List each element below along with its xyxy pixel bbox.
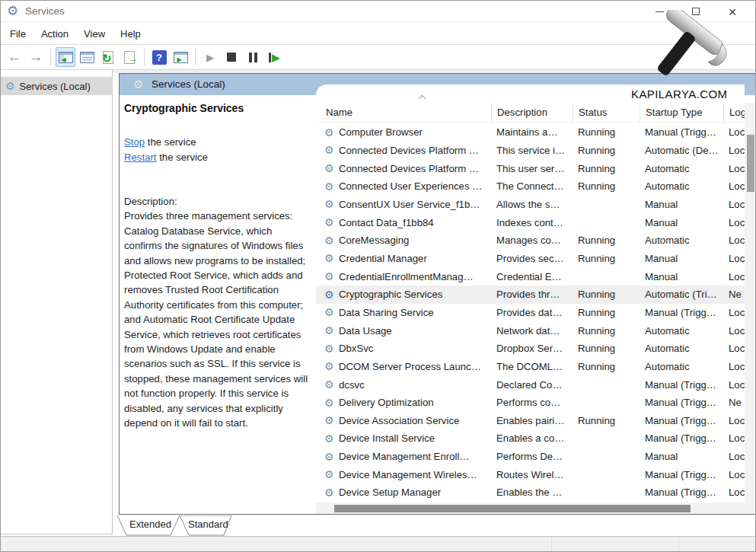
service-name-cell: Data Usage bbox=[316, 325, 491, 337]
column-header-description[interactable]: Description bbox=[491, 103, 573, 122]
service-log-on-as-cell: Loc bbox=[723, 451, 745, 462]
service-status-cell: Running bbox=[573, 307, 640, 318]
vertical-scrollbar-thumb[interactable] bbox=[747, 135, 754, 192]
service-startup-type-cell: Manual (Trigg… bbox=[640, 307, 723, 318]
service-log-on-as-cell: Loc bbox=[723, 307, 745, 318]
column-header-startup-type[interactable]: Startup Type bbox=[640, 103, 723, 122]
bottom-strip bbox=[1, 537, 755, 552]
help-icon: ? bbox=[152, 50, 167, 65]
services-app-icon bbox=[7, 4, 18, 19]
table-row[interactable]: Device Setup ManagerEnables the …Manual … bbox=[316, 483, 745, 502]
table-row[interactable]: Data UsageNetwork dat…RunningAutomaticLo… bbox=[316, 321, 745, 340]
table-row[interactable]: DbxSvcDropbox Ser…RunningAutomaticLoc bbox=[316, 340, 745, 358]
service-log-on-as-cell: Loc bbox=[723, 145, 745, 156]
back-arrow-icon: ← bbox=[8, 49, 22, 65]
menu-file[interactable]: File bbox=[2, 28, 33, 40]
service-startup-type-cell: Manual bbox=[640, 271, 723, 282]
service-startup-type-cell: Automatic bbox=[640, 325, 723, 337]
service-status-cell: Running bbox=[573, 361, 640, 372]
table-row[interactable]: Delivery OptimizationPerforms co…Manual … bbox=[316, 394, 745, 412]
tab-standard[interactable]: Standard bbox=[188, 518, 228, 530]
tab-extended[interactable]: Extended bbox=[129, 518, 171, 530]
export-list-button[interactable]: → bbox=[120, 47, 139, 67]
window-title: Services bbox=[25, 5, 65, 17]
toolbar-separator bbox=[144, 49, 145, 65]
table-row[interactable]: Connected User Experiences …The Connect…… bbox=[316, 177, 745, 196]
service-name-cell: Contact Data_f1bb84 bbox=[316, 217, 491, 228]
properties-button[interactable] bbox=[77, 47, 97, 67]
table-row[interactable]: Credential ManagerProvides sec…RunningMa… bbox=[316, 250, 745, 268]
description-label: Description: bbox=[124, 194, 310, 209]
service-gear-icon bbox=[324, 235, 334, 246]
service-gear-icon bbox=[324, 379, 334, 390]
column-header-name[interactable]: Name bbox=[316, 103, 491, 122]
menu-help[interactable]: Help bbox=[113, 28, 148, 40]
restart-service-link[interactable]: Restart bbox=[124, 152, 157, 163]
table-row[interactable]: Computer BrowserMaintains a…RunningManua… bbox=[316, 123, 745, 142]
menu-action[interactable]: Action bbox=[33, 28, 76, 40]
table-row[interactable]: Cryptographic ServicesProvides thr…Runni… bbox=[316, 286, 745, 304]
service-log-on-as-cell: Loc bbox=[723, 415, 745, 426]
service-name-cell: Delivery Optimization bbox=[316, 397, 491, 408]
service-log-on-as-cell: Loc bbox=[723, 379, 745, 391]
service-name-cell: Connected User Experiences … bbox=[316, 180, 491, 192]
stop-line-suffix: the service bbox=[145, 136, 196, 148]
list-header: Name Description Status Startup Type Log bbox=[316, 103, 745, 123]
back-button[interactable]: ← bbox=[5, 47, 24, 67]
services-gear-icon bbox=[5, 80, 15, 92]
service-description-cell: Maintains a… bbox=[491, 126, 573, 138]
watermark-text: KAPILARYA.COM bbox=[631, 88, 727, 101]
service-startup-type-cell: Automatic (Tri… bbox=[640, 289, 723, 300]
restart-service-button[interactable]: ▶ bbox=[264, 47, 284, 67]
vertical-scrollbar[interactable] bbox=[745, 103, 756, 514]
description-text: Provides three management services: Cata… bbox=[124, 209, 310, 430]
service-description-cell: Enables a co… bbox=[491, 432, 573, 444]
help-button[interactable]: ? bbox=[149, 47, 169, 67]
service-description-cell: Credential E… bbox=[491, 271, 573, 282]
table-row[interactable]: ConsentUX User Service_f1b…Allows the s…… bbox=[316, 196, 745, 214]
table-row[interactable]: Device Association ServiceEnables pairi…… bbox=[316, 412, 745, 430]
service-log-on-as-cell: Ne bbox=[723, 289, 745, 300]
service-name-cell: Device Management Wireles… bbox=[316, 469, 491, 480]
show-console-tree-button[interactable]: ◀ bbox=[56, 47, 75, 67]
service-gear-icon bbox=[324, 487, 334, 498]
service-startup-type-cell: Manual bbox=[640, 217, 723, 228]
horizontal-scrollbar[interactable] bbox=[316, 503, 745, 514]
start-service-button[interactable]: ▶ bbox=[200, 47, 220, 67]
table-row[interactable]: Device Install ServiceEnables a co…Manua… bbox=[316, 429, 745, 448]
tree-item-services-local[interactable]: Services (Local) bbox=[1, 77, 113, 95]
service-name-cell: dcsvc bbox=[316, 379, 491, 391]
column-header-log-on-as[interactable]: Log bbox=[723, 103, 745, 122]
menu-view[interactable]: View bbox=[76, 28, 113, 40]
table-row[interactable]: Connected Devices Platform …This user se… bbox=[316, 159, 745, 177]
table-row[interactable]: Connected Devices Platform …This service… bbox=[316, 142, 745, 160]
table-row[interactable]: Device Management Enroll…Performs De…Man… bbox=[316, 448, 745, 466]
stop-service-link[interactable]: Stop bbox=[124, 136, 145, 148]
column-header-status[interactable]: Status bbox=[573, 103, 640, 122]
service-description-cell: Network dat… bbox=[491, 325, 573, 337]
service-startup-type-cell: Manual (Trigg… bbox=[640, 397, 723, 408]
service-gear-icon bbox=[324, 145, 334, 155]
table-row[interactable]: dcsvcDeclared Co…Manual (Trigg…Loc bbox=[316, 375, 745, 394]
service-gear-icon bbox=[324, 451, 334, 462]
horizontal-scrollbar-thumb[interactable] bbox=[334, 505, 691, 512]
table-row[interactable]: Data Sharing ServiceProvides dat…Running… bbox=[316, 304, 745, 322]
table-row[interactable]: DCOM Server Process Launc…The DCOML…Runn… bbox=[316, 358, 745, 376]
show-action-pane-button[interactable]: ▶ bbox=[171, 47, 190, 67]
stop-service-button[interactable] bbox=[222, 47, 241, 67]
console-tree-icon: ◀ bbox=[59, 52, 73, 63]
service-startup-type-cell: Manual bbox=[640, 199, 723, 210]
service-name-cell: Device Management Enroll… bbox=[316, 451, 491, 462]
service-log-on-as-cell: Loc bbox=[723, 469, 745, 480]
table-row[interactable]: Device Management Wireles…Routes Wirel…M… bbox=[316, 465, 745, 483]
service-gear-icon bbox=[324, 253, 334, 263]
refresh-button[interactable]: ↻ bbox=[98, 47, 118, 67]
service-description-cell: The Connect… bbox=[491, 180, 573, 192]
table-row[interactable]: CredentialEnrollmentManag…Credential E…M… bbox=[316, 267, 745, 286]
table-row[interactable]: Contact Data_f1bb84Indexes cont…ManualLo… bbox=[316, 213, 745, 231]
service-status-cell: Running bbox=[573, 415, 640, 426]
table-row[interactable]: CoreMessagingManages co…RunningAutomatic… bbox=[316, 231, 745, 250]
pause-service-button[interactable] bbox=[243, 47, 263, 67]
service-log-on-as-cell: Loc bbox=[723, 180, 745, 192]
forward-button[interactable]: → bbox=[26, 47, 46, 67]
